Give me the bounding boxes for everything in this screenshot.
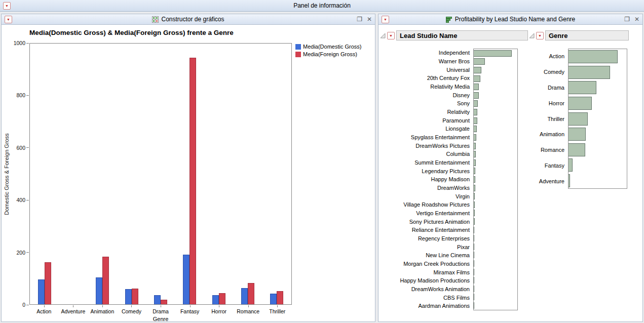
x-tick-label[interactable]: Thriller bbox=[263, 305, 292, 314]
bar[interactable] bbox=[569, 128, 586, 141]
bar[interactable] bbox=[474, 134, 476, 141]
bar[interactable] bbox=[569, 174, 570, 187]
bar[interactable] bbox=[474, 159, 476, 166]
bar[interactable] bbox=[474, 126, 477, 132]
bar[interactable] bbox=[270, 294, 277, 304]
category-label[interactable]: Relativity bbox=[378, 108, 472, 116]
category-label[interactable]: Sony bbox=[378, 99, 472, 108]
bar[interactable] bbox=[474, 235, 474, 241]
x-tick-label[interactable]: Romance bbox=[234, 305, 263, 314]
category-label[interactable]: Reliance Entertainment bbox=[378, 226, 472, 234]
profitability-menu-button[interactable]: ▼ bbox=[382, 16, 389, 23]
category-label[interactable]: Sony Pictures Animation bbox=[378, 217, 472, 226]
legend-entry[interactable]: Media(Foreign Gross) bbox=[295, 51, 362, 57]
x-tick-label[interactable]: Horror bbox=[204, 305, 234, 314]
category-label[interactable]: Universal bbox=[378, 65, 472, 74]
studio-header-label[interactable]: Lead Studio Name bbox=[396, 30, 528, 41]
bar[interactable] bbox=[474, 67, 481, 73]
category-label[interactable]: Drama bbox=[527, 80, 566, 96]
x-tick-label[interactable]: Fantasy bbox=[175, 305, 205, 314]
category-label[interactable]: Spyglass Entertainment bbox=[378, 133, 472, 142]
category-label[interactable]: Summit Entertainment bbox=[378, 158, 472, 167]
bar[interactable] bbox=[161, 300, 167, 304]
bar[interactable] bbox=[248, 283, 254, 304]
x-tick-label[interactable]: Animation bbox=[88, 305, 117, 314]
bar[interactable] bbox=[474, 294, 474, 300]
bar[interactable] bbox=[474, 151, 476, 157]
bar[interactable] bbox=[241, 288, 248, 304]
bar[interactable] bbox=[102, 257, 109, 304]
category-label[interactable]: DreamWorks bbox=[378, 184, 472, 192]
category-label[interactable]: Comedy bbox=[527, 64, 566, 80]
maximize-button[interactable]: ❐ bbox=[357, 16, 362, 22]
bar[interactable] bbox=[569, 143, 585, 156]
bar[interactable] bbox=[132, 289, 138, 304]
bar[interactable] bbox=[474, 168, 475, 174]
bar[interactable] bbox=[474, 218, 475, 225]
bar[interactable] bbox=[474, 201, 475, 208]
category-label[interactable]: Village Roadshow Pictures bbox=[378, 200, 472, 209]
bar[interactable] bbox=[474, 185, 475, 191]
bar[interactable] bbox=[474, 269, 474, 275]
bar[interactable] bbox=[569, 50, 618, 63]
category-label[interactable]: Columbia bbox=[378, 150, 472, 158]
bar[interactable] bbox=[474, 277, 474, 284]
category-label[interactable]: Independent bbox=[378, 49, 472, 57]
bar[interactable] bbox=[474, 227, 474, 233]
genre-menu-button[interactable]: ▼ bbox=[536, 32, 544, 39]
bar[interactable] bbox=[474, 286, 474, 292]
category-label[interactable]: Pixar bbox=[378, 243, 472, 251]
studio-menu-button[interactable]: ▼ bbox=[387, 32, 395, 39]
bar[interactable] bbox=[474, 252, 474, 258]
bar[interactable] bbox=[154, 295, 161, 304]
category-label[interactable]: Thriller bbox=[527, 111, 566, 127]
category-label[interactable]: Relativity Media bbox=[378, 83, 472, 91]
bar[interactable] bbox=[474, 244, 474, 250]
bar[interactable] bbox=[474, 50, 512, 57]
bar[interactable] bbox=[474, 193, 475, 199]
category-label[interactable]: Action bbox=[527, 49, 566, 64]
x-tick-label[interactable]: Drama bbox=[146, 305, 175, 314]
bar[interactable] bbox=[569, 97, 592, 110]
category-label[interactable]: Vertigo Entertainment bbox=[378, 209, 472, 218]
bar[interactable] bbox=[474, 92, 479, 99]
category-label[interactable]: Horror bbox=[527, 95, 566, 111]
maximize-button[interactable]: ❐ bbox=[624, 16, 630, 22]
category-label[interactable]: Adventure bbox=[527, 173, 566, 189]
category-label[interactable]: Legendary Pictures bbox=[378, 167, 472, 175]
bar[interactable] bbox=[474, 75, 480, 82]
bar[interactable] bbox=[38, 279, 45, 304]
bar[interactable] bbox=[125, 289, 132, 304]
bar[interactable] bbox=[474, 143, 476, 149]
bar[interactable] bbox=[277, 291, 283, 304]
bar[interactable] bbox=[474, 260, 474, 267]
close-button[interactable]: ✕ bbox=[367, 16, 372, 22]
x-tick-label[interactable]: Action bbox=[29, 305, 59, 314]
category-label[interactable]: Disney bbox=[378, 91, 472, 99]
bar[interactable] bbox=[474, 58, 485, 65]
category-label[interactable]: Morgan Creek Productions bbox=[378, 260, 472, 268]
category-label[interactable]: Paramount bbox=[378, 116, 472, 125]
bar[interactable] bbox=[212, 295, 219, 304]
bar[interactable] bbox=[474, 84, 479, 90]
bar[interactable] bbox=[474, 302, 474, 309]
bar[interactable] bbox=[474, 117, 477, 124]
category-label[interactable]: Miramax Films bbox=[378, 268, 472, 276]
genre-header-label[interactable]: Genre bbox=[545, 30, 629, 41]
bar[interactable] bbox=[96, 277, 102, 304]
category-label[interactable]: Virgin bbox=[378, 192, 472, 200]
bar[interactable] bbox=[183, 255, 190, 304]
bar[interactable] bbox=[569, 81, 596, 94]
bar[interactable] bbox=[569, 66, 610, 79]
x-tick-label[interactable]: Adventure bbox=[59, 305, 88, 314]
x-tick-label[interactable]: Comedy bbox=[117, 305, 146, 314]
category-label[interactable]: Fantasy bbox=[527, 157, 566, 173]
bar[interactable] bbox=[474, 109, 477, 115]
category-label[interactable]: Aardman Animations bbox=[378, 302, 472, 310]
category-label[interactable]: CBS Films bbox=[378, 293, 472, 302]
bar[interactable] bbox=[569, 112, 588, 126]
bar[interactable] bbox=[219, 293, 225, 304]
bar[interactable] bbox=[45, 262, 51, 304]
bar[interactable] bbox=[569, 158, 573, 172]
category-label[interactable]: DreamWorks Animation bbox=[378, 285, 472, 294]
